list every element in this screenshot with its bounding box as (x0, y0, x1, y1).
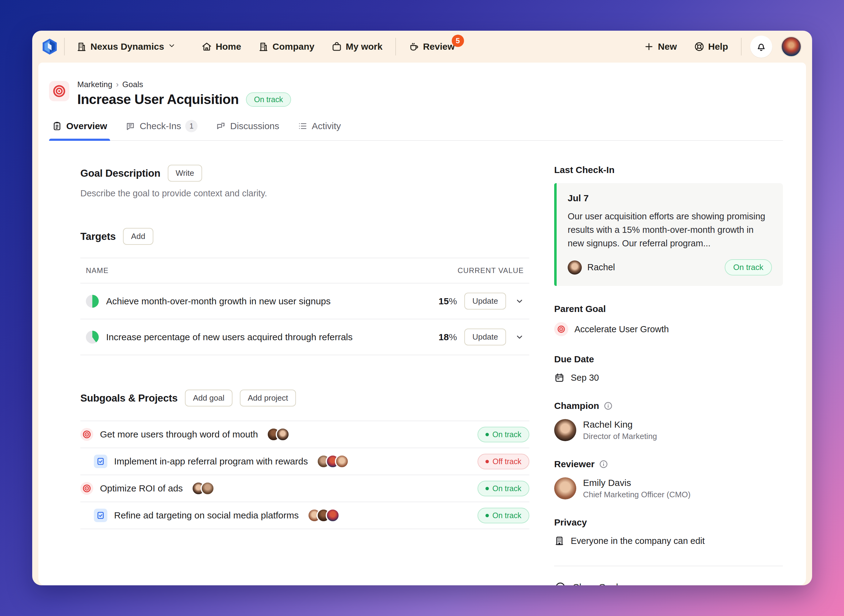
goal-description-section: Goal Description Write Describe the goal… (81, 165, 529, 198)
navbar-divider (64, 38, 65, 56)
coffee-icon (409, 41, 419, 52)
nav-company[interactable]: Company (254, 38, 319, 55)
user-avatar[interactable] (781, 36, 802, 57)
app-logo-icon[interactable] (42, 39, 57, 54)
discussions-icon (216, 121, 226, 131)
lifebuoy-icon (694, 41, 705, 52)
close-goal-action[interactable]: Close Goal (554, 579, 783, 585)
parent-goal-section: Parent Goal Accelerate User Growth (554, 304, 783, 336)
targets-section: Targets Add NAME CURRENT VALUE Achieve m… (81, 228, 529, 355)
avatar (201, 481, 215, 496)
help-button-label: Help (708, 41, 728, 52)
help-button[interactable]: Help (690, 38, 733, 55)
goal-description-heading: Goal Description (81, 167, 160, 179)
last-checkin-card[interactable]: Jul 7 Our user acquisition efforts are s… (554, 183, 783, 286)
goal-description-placeholder[interactable]: Describe the goal to provide context and… (81, 188, 529, 198)
notifications-button[interactable] (750, 35, 772, 58)
subgoal-row[interactable]: Get more users through word of mouth On … (81, 421, 529, 448)
nav-home[interactable]: Home (197, 38, 245, 55)
tab-overview-label: Overview (66, 121, 107, 131)
subgoals-heading: Subgoals & Projects (81, 392, 177, 404)
tab-activity[interactable]: Activity (297, 120, 342, 140)
assignee-avatars (316, 454, 349, 468)
due-date-row[interactable]: Sep 30 (554, 373, 783, 383)
tab-discussions-label: Discussions (230, 121, 279, 131)
champion-heading: Champion (554, 400, 599, 411)
office-building-icon (554, 535, 565, 546)
add-project-button[interactable]: Add project (240, 390, 296, 406)
breadcrumb-space[interactable]: Marketing (77, 80, 112, 89)
assignee-avatars (191, 481, 215, 496)
expand-chevron-icon[interactable] (515, 333, 524, 342)
add-target-button[interactable]: Add (123, 228, 153, 245)
tab-overview[interactable]: Overview (51, 120, 108, 140)
speech-bubble-icon (125, 121, 135, 131)
subgoals-table: Get more users through word of mouth On … (81, 421, 529, 529)
nav-review[interactable]: Review 5 (404, 38, 459, 55)
reviewer-heading: Reviewer (554, 459, 595, 469)
status-badge: On track (478, 427, 529, 442)
goal-target-icon (81, 428, 93, 441)
reviewer-name: Emily Davis (583, 478, 691, 488)
subgoal-row[interactable]: Optimize ROI of ads On track (81, 475, 529, 502)
check-ins-count-badge: 1 (185, 120, 198, 132)
briefcase-icon (331, 41, 342, 52)
parent-goal-heading: Parent Goal (554, 304, 783, 314)
info-icon[interactable] (604, 401, 613, 411)
reviewer-person[interactable]: Emily Davis Chief Marketing Officer (CMO… (554, 477, 783, 499)
bell-icon (756, 41, 767, 52)
top-navbar: Nexus Dynamics Home Company My work Revi… (32, 31, 812, 63)
nav-company-label: Company (273, 41, 314, 52)
project-icon (94, 509, 107, 522)
new-button-label: New (658, 41, 677, 52)
home-icon (201, 41, 212, 52)
company-icon (258, 41, 269, 52)
progress-donut-icon (86, 295, 99, 308)
update-button[interactable]: Update (464, 329, 506, 345)
info-icon[interactable] (599, 459, 608, 469)
due-date-value: Sep 30 (571, 373, 599, 383)
goal-target-icon (554, 322, 568, 336)
status-badge: On track (478, 481, 529, 496)
tab-check-ins[interactable]: Check-Ins 1 (124, 120, 199, 140)
due-date-heading: Due Date (554, 354, 783, 364)
nav-my-work[interactable]: My work (327, 38, 387, 55)
avatar (276, 427, 290, 441)
privacy-row: Everyone in the company can edit (554, 535, 783, 546)
breadcrumb-separator: › (116, 80, 119, 89)
column-name: NAME (86, 266, 108, 275)
page-header: Marketing › Goals Increase User Acquisit… (38, 63, 806, 141)
champion-person[interactable]: Rachel King Director of Marketing (554, 419, 783, 441)
parent-goal-link[interactable]: Accelerate User Growth (554, 322, 783, 336)
checkin-status-badge: On track (725, 259, 772, 276)
avatar (554, 477, 576, 499)
targets-heading: Targets (81, 231, 116, 242)
write-button[interactable]: Write (168, 165, 202, 182)
checkin-author: Rachel (587, 262, 615, 273)
due-date-section: Due Date Sep 30 (554, 354, 783, 383)
privacy-value: Everyone in the company can edit (571, 536, 705, 546)
project-row[interactable]: Implement in-app referral program with r… (81, 448, 529, 475)
checkin-date: Jul 7 (568, 193, 772, 203)
navbar-divider (395, 38, 396, 56)
project-row[interactable]: Refine ad targeting on social media plat… (81, 502, 529, 529)
breadcrumb-goals[interactable]: Goals (122, 80, 143, 89)
target-current-value: 15% (438, 296, 457, 307)
new-button[interactable]: New (639, 38, 681, 55)
update-button[interactable]: Update (464, 293, 506, 309)
target-row[interactable]: Increase percentage of new users acquire… (81, 319, 529, 355)
target-current-value: 18% (438, 332, 457, 342)
targets-table-header: NAME CURRENT VALUE (81, 258, 529, 283)
expand-chevron-icon[interactable] (515, 297, 524, 305)
chevron-down-icon (168, 41, 176, 52)
status-badge: On track (478, 508, 529, 524)
workspace-switcher[interactable]: Nexus Dynamics (72, 38, 180, 55)
target-row[interactable]: Achieve month-over-month growth in new u… (81, 283, 529, 319)
close-goal-label: Close Goal (573, 582, 618, 585)
parent-goal-name: Accelerate User Growth (574, 324, 669, 334)
champion-role: Director of Marketing (583, 432, 657, 441)
champion-section: Champion Rachel King Director of Marketi… (554, 400, 783, 441)
avatar (335, 454, 349, 468)
tab-discussions[interactable]: Discussions (215, 120, 280, 140)
add-goal-button[interactable]: Add goal (185, 390, 233, 406)
